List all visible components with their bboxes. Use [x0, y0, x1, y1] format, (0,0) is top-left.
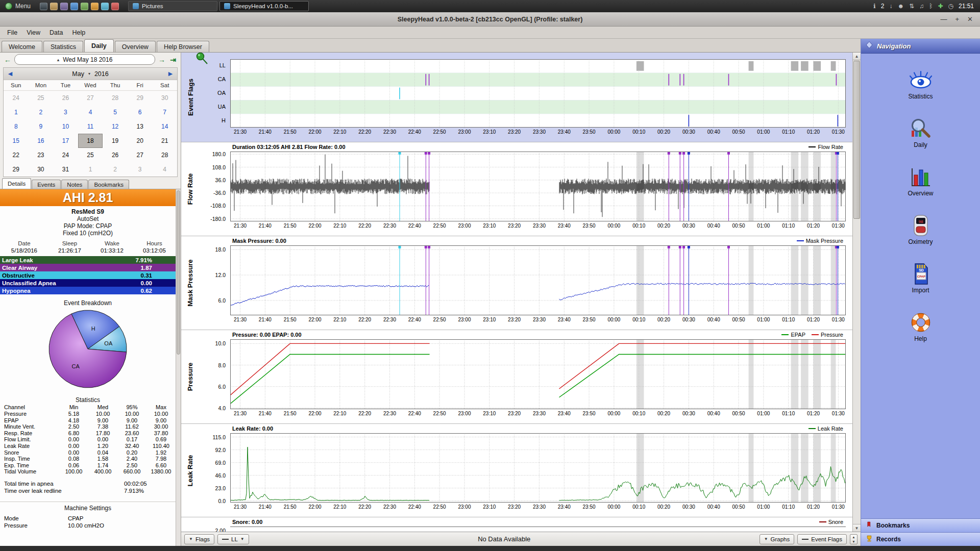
tab-statistics[interactable]: Statistics	[43, 41, 83, 52]
tab-welcome[interactable]: Welcome	[2, 41, 42, 52]
calendar-day-cell[interactable]: 24	[53, 148, 78, 162]
calendar-day-cell[interactable]: 27	[128, 148, 153, 162]
nav-item-daily[interactable]: Daily	[861, 108, 980, 157]
details-tab-events[interactable]: Events	[32, 180, 61, 189]
nav-item-import[interactable]: SDCPAPImport	[861, 254, 980, 302]
calendar-day-cell[interactable]: 21	[152, 134, 177, 148]
nav-item-overview[interactable]: Overview	[861, 157, 980, 205]
details-tab-details[interactable]: Details	[2, 178, 31, 189]
calendar-month[interactable]: May	[72, 70, 84, 78]
calendar-day-cell[interactable]: 23	[29, 148, 54, 162]
calendar-day-cell[interactable]: 29	[128, 91, 153, 105]
calendar-month-dropdown-icon[interactable]: ▾	[88, 71, 90, 76]
calendar-day-cell[interactable]: 29	[4, 162, 29, 177]
calendar-day-cell[interactable]: 2	[29, 105, 54, 119]
calendar-next-icon[interactable]: ▶	[164, 70, 177, 77]
calendar-day-cell[interactable]: 11	[78, 119, 103, 134]
screenshot-tool-icon[interactable]	[81, 3, 88, 10]
event-flags-plot[interactable]	[230, 59, 846, 128]
terminal-icon[interactable]	[40, 3, 47, 10]
records-bar[interactable]: Records	[861, 532, 980, 546]
graph-scrollbar-thumb[interactable]	[853, 61, 860, 219]
bookmarks-bar[interactable]: Bookmarks	[861, 518, 980, 532]
user-icon[interactable]: ☻	[898, 3, 904, 10]
settings-icon[interactable]	[101, 3, 109, 10]
mask-pressure-plot[interactable]	[230, 245, 846, 315]
mask-pressure-graph[interactable]: Mask Pressure Mask Pressure: 0.00 Mask P…	[181, 236, 861, 330]
tab-daily[interactable]: Daily	[84, 39, 114, 52]
calendar-day-cell[interactable]: 13	[128, 119, 153, 134]
pressure-graph[interactable]: Pressure Pressure: 0.00 EPAP: 0.00 EPAPP…	[181, 330, 861, 424]
health-icon[interactable]: ✚	[938, 3, 943, 10]
graph-spinner[interactable]: ▲ ▼	[850, 534, 857, 544]
network-icon[interactable]: ⇅	[909, 3, 914, 10]
volume-icon[interactable]: ♫	[919, 3, 924, 10]
gimp-icon[interactable]	[60, 3, 68, 10]
details-tab-notes[interactable]: Notes	[61, 180, 88, 189]
graph-select-combo[interactable]: Event Flags	[797, 534, 847, 544]
navigation-header[interactable]: Navigation	[861, 39, 980, 54]
info-icon[interactable]: ℹ	[873, 3, 876, 10]
image-viewer-icon[interactable]	[70, 3, 78, 10]
graph-scrollbar[interactable]: ▲ ▼	[852, 53, 861, 532]
flags-dropdown-button[interactable]: ▼ Flags	[184, 534, 214, 544]
calendar-day-cell[interactable]: 17	[53, 134, 78, 148]
sidebar-scrollbar-thumb[interactable]	[177, 190, 180, 355]
calendar-day-cell[interactable]: 9	[29, 119, 54, 134]
calendar-prev-icon[interactable]: ◀	[4, 70, 17, 77]
flag-type-combo[interactable]: LL ▼	[217, 534, 249, 544]
calendar-day-cell[interactable]: 27	[78, 91, 103, 105]
files-icon[interactable]	[50, 3, 58, 10]
calendar-day-cell[interactable]: 2	[103, 162, 128, 177]
menu-view[interactable]: View	[22, 28, 45, 38]
calendar-day-cell[interactable]: 8	[4, 119, 29, 134]
leak-rate-plot[interactable]	[230, 433, 846, 503]
window-titlebar[interactable]: SleepyHead v1.0.0-beta-2 [cb213cc OpenGL…	[0, 12, 980, 27]
leak-rate-graph[interactable]: Leak Rate Leak Rate: 0.00 Leak Rate 115.…	[181, 424, 861, 517]
clock[interactable]: 21:51	[959, 3, 974, 10]
tab-overview[interactable]: Overview	[115, 41, 156, 52]
calendar-day-cell[interactable]: 30	[29, 162, 54, 177]
calendar-day-cell[interactable]: 20	[128, 134, 153, 148]
calendar-day-cell[interactable]: 24	[4, 91, 29, 105]
latest-day-button[interactable]: ⇥	[168, 56, 178, 64]
scroll-up-icon[interactable]: ▲	[853, 53, 861, 60]
calendar-day-cell[interactable]: 5	[103, 105, 128, 119]
calendar-day-cell[interactable]: 25	[29, 91, 54, 105]
taskbar-window-sleepyhead-v1-0-0-b[interactable]: SleepyHead v1.0.0-b...	[219, 1, 309, 11]
calendar-day-cell[interactable]: 28	[152, 148, 177, 162]
calendar-day-cell[interactable]: 15	[4, 134, 29, 148]
spin-down-icon[interactable]: ▼	[850, 539, 857, 544]
calendar-day-cell[interactable]: 4	[78, 105, 103, 119]
nav-item-oximetry[interactable]: 98Oximetry	[861, 205, 980, 254]
scroll-down-icon[interactable]: ▼	[853, 524, 861, 532]
calendar-day-cell[interactable]: 30	[152, 91, 177, 105]
calendar-day-cell[interactable]: 22	[4, 148, 29, 162]
pin-icon[interactable]	[195, 53, 209, 65]
calendar-day-cell[interactable]: 12	[103, 119, 128, 134]
details-tab-bookmarks[interactable]: Bookmarks	[88, 180, 129, 189]
flow-rate-plot[interactable]	[230, 152, 846, 221]
flow-rate-graph[interactable]: Flow Rate Duration 03:12:05 AHI 2.81 Flo…	[181, 142, 861, 236]
calendar-day-cell[interactable]: 1	[4, 105, 29, 119]
pressure-plot[interactable]	[230, 339, 846, 409]
update-badge[interactable]: 2	[881, 3, 885, 10]
calendar-day-cell[interactable]: 1	[78, 162, 103, 177]
sidebar-scrollbar[interactable]	[176, 189, 181, 546]
calendar-day-cell[interactable]: 31	[53, 162, 78, 177]
menu-data[interactable]: Data	[45, 28, 67, 38]
menu-help[interactable]: Help	[67, 28, 90, 38]
calendar-day-cell[interactable]: 7	[152, 105, 177, 119]
calendar-year[interactable]: 2016	[94, 70, 109, 78]
calendar-day-cell[interactable]: 28	[103, 91, 128, 105]
snore-graph[interactable]: Snore: 0.00 Snore 2.00	[181, 517, 861, 532]
spin-up-icon[interactable]: ▲	[850, 535, 857, 539]
browser-icon[interactable]	[111, 3, 119, 10]
snore-plot[interactable]	[230, 527, 846, 532]
calendar-day-cell[interactable]: 4	[152, 162, 177, 177]
graphs-dropdown-button[interactable]: ▼ Graphs	[760, 534, 795, 544]
date-picker-combo[interactable]: ▴ Wed May 18 2016	[14, 54, 155, 65]
calendar-day-cell[interactable]: 25	[78, 148, 103, 162]
maximize-icon[interactable]: +	[955, 15, 960, 23]
next-day-button[interactable]: →	[157, 56, 166, 64]
